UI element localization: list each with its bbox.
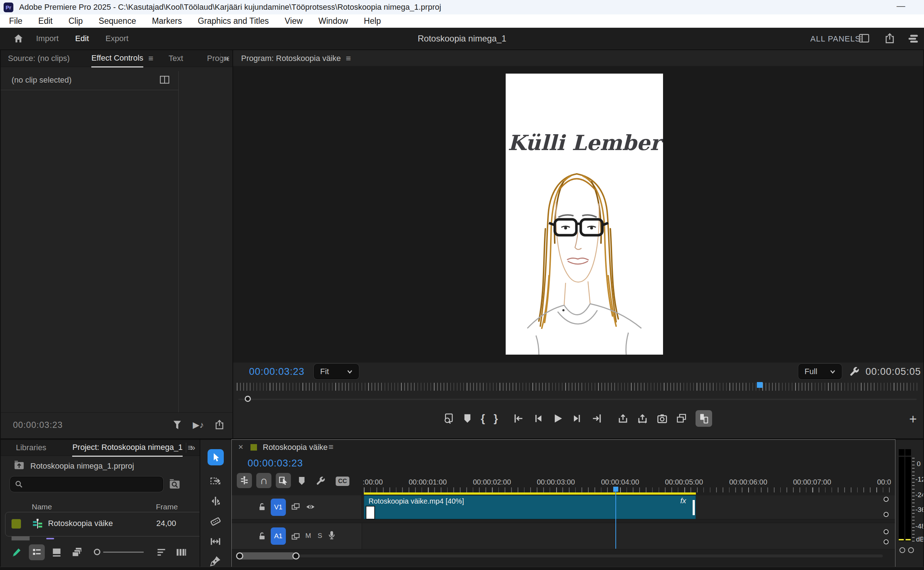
play-audio-icon[interactable]: ▶♪ [193,420,204,430]
minimize-button[interactable]: — [896,1,905,11]
program-scrollbar-track[interactable] [238,398,917,400]
list-view-button[interactable] [29,544,45,560]
share-icon[interactable] [884,32,895,44]
panel-overflow-icon[interactable]: » [220,54,229,63]
playhead-head[interactable] [613,487,618,492]
selection-tool[interactable] [207,449,224,465]
writable-pencil-icon[interactable] [11,547,22,558]
track-lock-icon[interactable] [258,502,266,512]
zoom-slider-track[interactable] [103,552,144,553]
workspace-menu-icon[interactable] [907,34,919,44]
timeline-settings-wrench-icon[interactable] [315,476,325,486]
video-vscroll-knob2[interactable] [884,512,889,517]
program-panel-title[interactable]: Program: Rotoskoopia väike [241,50,341,67]
column-header-name[interactable]: Name [32,503,52,511]
track-output-eye-icon[interactable] [305,503,315,511]
menu-file[interactable]: File [9,16,22,26]
zoom-slider-knob[interactable] [94,549,100,555]
navigate-up-icon[interactable] [14,461,25,470]
mute-button[interactable]: M [305,532,311,540]
sync-lock-icon[interactable] [291,503,300,511]
timeline-add-marker-icon[interactable] [298,476,306,486]
track-select-forward-tool[interactable] [210,475,221,487]
tab-source[interactable]: Source: (no clips) [8,50,70,67]
go-to-in-icon[interactable] [513,413,524,424]
slip-tool[interactable] [210,536,221,547]
meter-channel-dot-left[interactable] [899,547,905,553]
voiceover-mic-icon[interactable] [328,530,336,541]
panel-layout-icon[interactable] [858,33,870,43]
bin-item-row[interactable]: Rotoskoopia väike 24,00 [5,512,200,536]
icon-view-button[interactable] [51,547,62,558]
mark-in-icon[interactable]: { [481,412,485,424]
timeline-ruler[interactable]: :00:00 00:00:01:00 00:00:02:00 00:00:03:… [362,472,895,492]
bin-item-name[interactable]: Rotoskoopia väike [48,519,113,528]
program-panel-menu-icon[interactable]: ≡ [346,54,351,63]
program-scrollbar-knob[interactable] [245,396,251,402]
insert-as-sequence-button[interactable] [237,473,252,488]
comparison-view-icon[interactable] [443,413,454,424]
add-marker-icon[interactable] [463,413,472,424]
timeline-hscroll-thumb[interactable] [238,552,296,559]
playhead-line[interactable] [615,488,616,549]
search-input[interactable] [26,480,159,489]
video-clip[interactable]: Rotoskoopia väike.mp4 [40%] fx [364,495,696,519]
menu-markers[interactable]: Markers [152,16,182,26]
all-panels-button[interactable]: ALL PANELS [810,34,861,44]
snap-toggle-button[interactable]: ∩ [256,473,272,488]
track-lock-icon[interactable] [258,531,266,541]
step-back-icon[interactable] [533,413,543,424]
program-current-timecode[interactable]: 00:00:03:23 [249,366,305,377]
audio-vscroll-knob[interactable] [884,529,889,534]
column-header-frame[interactable]: Frame [156,503,178,511]
tab-libraries[interactable]: Libraries [16,440,46,456]
find-bin-icon[interactable] [169,479,181,490]
label-color-chip[interactable] [11,519,21,529]
mark-out-icon[interactable]: } [494,412,498,424]
filter-icon[interactable] [172,419,183,431]
track-target-a1[interactable]: A1 [271,527,286,545]
ripple-edit-tool[interactable] [210,495,221,507]
export-frame-icon[interactable] [657,413,668,424]
bin-hscroll-thumb[interactable] [12,536,29,541]
monitor-settings-wrench-icon[interactable] [849,366,860,377]
timeline-hscroll-track[interactable] [237,555,883,558]
go-to-out-icon[interactable] [592,413,602,424]
effect-controls-timecode[interactable]: 00:00:03:23 [13,420,63,430]
tab-effect-controls[interactable]: Effect Controls [91,50,143,67]
menu-window[interactable]: Window [318,16,348,26]
razor-tool[interactable] [210,515,221,527]
timeline-panel-menu-icon[interactable]: ≡ [328,442,333,452]
program-outpoint-marker[interactable] [757,382,763,388]
menu-graphics-titles[interactable]: Graphics and Titles [198,16,269,26]
timeline-zoom-handle-left[interactable] [236,552,243,559]
multi-camera-icon[interactable] [676,413,687,424]
menu-clip[interactable]: Clip [69,16,83,26]
button-editor-plus-icon[interactable]: + [909,412,917,427]
close-icon[interactable]: × [238,442,243,452]
step-forward-icon[interactable] [572,413,583,424]
vertical-video-toggle-icon[interactable] [695,410,712,427]
meter-channel-dot-right[interactable] [908,547,914,553]
play-icon[interactable] [552,413,563,424]
timeline-timecode[interactable]: 00:00:03:23 [248,458,303,469]
menu-edit[interactable]: Edit [38,16,53,26]
tab-project[interactable]: Project: Rotoskoopia nimega_1 [72,440,183,457]
freeform-view-button[interactable] [71,547,83,558]
export-icon[interactable] [214,419,224,430]
sort-icon[interactable] [156,547,167,558]
columns-icon[interactable] [175,547,186,558]
pen-tool[interactable] [210,555,221,567]
timeline-tab-label[interactable]: Rotoskoopia väike [263,443,328,452]
captions-button[interactable]: CC [336,477,349,486]
project-panel-overflow-icon[interactable]: » [186,443,195,453]
sync-lock-icon[interactable] [291,532,300,541]
lift-icon[interactable] [617,413,628,424]
split-view-icon[interactable] [160,75,170,84]
menu-sequence[interactable]: Sequence [98,16,136,26]
timeline-zoom-handle-right[interactable] [292,552,299,559]
clip-out-handle[interactable] [693,500,695,515]
playback-quality-dropdown[interactable]: Full [798,364,842,379]
linked-selection-button[interactable] [276,473,291,488]
track-target-v1[interactable]: V1 [271,499,286,516]
